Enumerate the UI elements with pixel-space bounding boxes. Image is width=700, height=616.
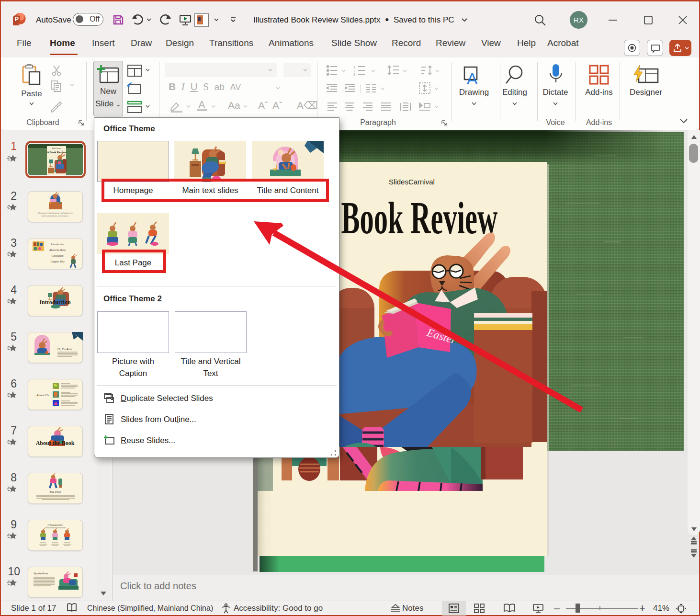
svg-text:book's content, themes, and ch: book's content, themes, and characters. bbox=[42, 215, 69, 217]
svg-text:Conclusion: Conclusion bbox=[51, 254, 63, 257]
svg-text:About the Book: About the Book bbox=[36, 440, 75, 446]
svg-text:The Plot: The Plot bbox=[49, 490, 61, 494]
svg-text:A: A bbox=[467, 69, 478, 85]
svg-text:P: P bbox=[15, 16, 19, 23]
svg-text:SlidesCarnival: SlidesCarnival bbox=[389, 178, 435, 186]
svg-text:Hi, I’m Rain: Hi, I’m Rain bbox=[57, 348, 72, 351]
svg-text:Characters: Characters bbox=[47, 523, 63, 527]
svg-text:Introduction: Introduction bbox=[50, 243, 64, 246]
svg-text:A book report is a brief summa: A book report is a brief summary and ana… bbox=[37, 212, 73, 214]
svg-text:SlidesCarnival: SlidesCarnival bbox=[52, 148, 61, 149]
svg-text:3: 3 bbox=[353, 72, 356, 76]
svg-text:A Book Review: A Book Review bbox=[316, 192, 498, 243]
svg-text:Symbolism: Symbolism bbox=[34, 571, 48, 575]
svg-text:About the Book: About the Book bbox=[49, 249, 66, 251]
svg-text:About Us: About Us bbox=[36, 393, 49, 397]
svg-text:A Book Review: A Book Review bbox=[47, 150, 67, 154]
svg-text:Chapter Title: Chapter Title bbox=[50, 260, 65, 263]
svg-text:Introduction: Introduction bbox=[39, 299, 70, 306]
